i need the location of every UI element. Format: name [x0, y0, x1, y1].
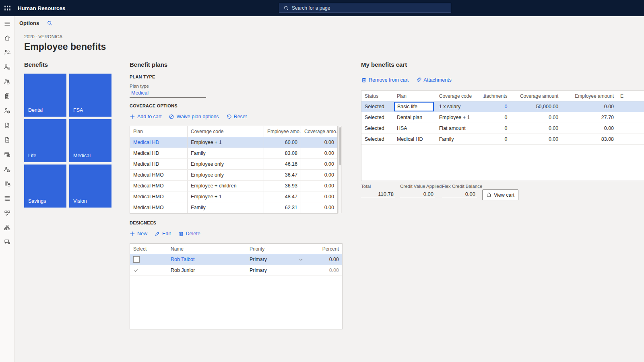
chevron-down-icon[interactable]	[298, 257, 303, 262]
cart-plan-cell: HSA	[394, 123, 436, 134]
document-check-icon-2[interactable]	[4, 136, 12, 144]
column-header-employee-amount[interactable]: Employee amount	[561, 91, 617, 101]
benefit-tile[interactable]: Medical	[69, 119, 111, 162]
row-select-checkbox[interactable]	[133, 256, 140, 263]
people-icon[interactable]	[4, 49, 12, 57]
document-check-icon[interactable]	[4, 122, 12, 130]
coverage-plan-cell: Medical HD	[130, 159, 188, 169]
edit-designee-button[interactable]: Edit	[155, 231, 171, 237]
designee-row[interactable]: Rob Junior Primary 0.00	[130, 265, 342, 276]
books-lock-icon[interactable]	[4, 180, 12, 188]
attachments-button[interactable]: Attachments	[416, 77, 451, 83]
column-header-select[interactable]: Select	[130, 244, 167, 254]
cart-attachments-cell[interactable]: 0	[483, 123, 511, 134]
coverage-row[interactable]: Medical HD Employee only 46.16 0.00	[130, 159, 337, 170]
benefit-tile[interactable]: Vision	[69, 165, 111, 208]
org-check-icon[interactable]	[4, 210, 12, 218]
plus-icon	[130, 231, 135, 237]
designee-priority-value: Primary	[250, 267, 267, 273]
cart-heading: My benefits cart	[361, 61, 407, 68]
reset-button[interactable]: Reset	[226, 114, 247, 119]
benefit-tile[interactable]: Dental	[24, 74, 66, 117]
flex-credit-balance-field[interactable]: 0.00	[442, 190, 477, 198]
cart-employee-amount-cell: 0.00	[561, 123, 617, 134]
home-icon[interactable]	[4, 34, 12, 42]
cart-row[interactable]: Selected Medical HD Family 0 0.00 83.08	[361, 134, 644, 145]
designees-toolbar: New Edit Delete	[130, 231, 200, 237]
column-header-status[interactable]: Status	[361, 91, 394, 101]
coverage-row[interactable]: Medical HMO Employee + 1 48.47 0.00	[130, 191, 337, 202]
column-header-coverage-amount[interactable]: Coverage amo...	[301, 126, 337, 137]
coverage-grid-scrollbar[interactable]	[339, 126, 342, 213]
flex-credit-balance-label: Flex Credit Balance	[442, 184, 482, 189]
view-cart-button[interactable]: View cart	[482, 189, 518, 200]
new-designee-button[interactable]: New	[130, 231, 147, 237]
column-header-coverage-code[interactable]: Coverage code	[436, 91, 483, 101]
cart-row[interactable]: Selected Dental plan Employee + 1 0 0.00…	[361, 112, 644, 123]
cart-attachments-cell[interactable]: 0	[483, 101, 511, 112]
chat-shield-icon[interactable]	[4, 239, 12, 247]
cart-row[interactable]: Selected HSA Flat amount 0 0.00 0.00	[361, 123, 644, 134]
coverage-plan-cell: Medical HD	[130, 137, 188, 148]
column-header-plan[interactable]: Plan	[394, 91, 436, 101]
cart-row[interactable]: Selected Basic life 1 x salary 0 50,000.…	[361, 101, 644, 112]
column-header-percent[interactable]: Percent	[307, 244, 342, 254]
waive-plan-options-button[interactable]: Waive plan options	[169, 114, 219, 119]
payment-card-icon[interactable]	[4, 151, 12, 159]
coverage-row[interactable]: Medical HD Family 83.08 0.00	[130, 148, 337, 159]
designees-group-label: DESIGNEES	[130, 220, 156, 225]
people-lock-icon[interactable]	[4, 78, 12, 86]
action-search-icon[interactable]	[47, 20, 53, 26]
benefit-tile[interactable]: Life	[24, 119, 66, 162]
coverage-row[interactable]: Medical HMO Employee + children 36.93 0.…	[130, 181, 337, 191]
coverage-code-cell: Employee + 1	[188, 137, 264, 148]
designee-row[interactable]: Rob Talbot Primary 0.00	[130, 254, 342, 265]
person-truck-icon[interactable]	[4, 166, 12, 174]
remove-from-cart-button[interactable]: Remove from cart	[361, 77, 409, 83]
coverage-code-cell: Family	[188, 202, 264, 213]
total-value-field[interactable]: 110.78	[361, 190, 395, 198]
cart-attachments-cell[interactable]: 0	[483, 134, 511, 144]
plan-type-input[interactable]: Medical	[130, 89, 206, 98]
coverage-row[interactable]: Medical HMO Family 62.31 0.00	[130, 202, 337, 213]
delete-designee-button[interactable]: Delete	[178, 231, 200, 237]
cart-grid: Status Plan Coverage code Attachments Co…	[361, 90, 644, 181]
hierarchy-icon[interactable]	[4, 224, 12, 232]
coverage-grid-header: Plan Coverage code Employee amo... Cover…	[130, 126, 337, 137]
cart-attachments-cell[interactable]: 0	[483, 112, 511, 123]
add-to-cart-button[interactable]: Add to cart	[130, 114, 161, 119]
clipboard-icon[interactable]	[4, 93, 12, 101]
plan-type-group-label: PLAN TYPE	[130, 74, 155, 79]
column-header-name[interactable]: Name	[167, 244, 246, 254]
column-header-plan[interactable]: Plan	[130, 126, 188, 137]
options-menu[interactable]: Options	[19, 20, 39, 26]
benefit-tile[interactable]: FSA	[69, 74, 111, 117]
credit-value-applied-field[interactable]: 0.00	[400, 190, 435, 198]
page-search-input[interactable]: Search for a page	[279, 3, 451, 13]
coverage-plan-cell: Medical HMO	[130, 181, 188, 191]
coverage-row[interactable]: Medical HD Employee + 1 60.00 0.00	[130, 137, 337, 148]
designees-grid: Select Name Priority Percent Rob Talbot …	[130, 243, 343, 329]
trash-icon	[361, 77, 367, 83]
hamburger-menu-icon[interactable]	[4, 20, 12, 28]
coverage-amount-cell: 0.00	[301, 181, 337, 191]
cart-toolbar: Remove from cart Attachments	[361, 77, 452, 83]
task-list-icon[interactable]	[4, 195, 12, 203]
waffle-menu-icon[interactable]	[0, 0, 15, 16]
column-header-coverage-amount[interactable]: Coverage amount	[510, 91, 561, 101]
designee-name-link[interactable]: Rob Junior	[167, 265, 246, 276]
benefit-tile[interactable]: Savings	[24, 165, 66, 208]
search-icon	[283, 5, 289, 11]
column-header-coverage-code[interactable]: Coverage code	[188, 126, 264, 137]
column-header-clipped[interactable]: E	[617, 91, 644, 101]
coverage-amount-cell: 0.00	[301, 137, 337, 148]
column-header-attachments[interactable]: Attachments	[483, 91, 511, 101]
designee-name-link[interactable]: Rob Talbot	[167, 254, 246, 265]
person-deny-icon[interactable]	[4, 107, 12, 115]
person-document-icon[interactable]	[4, 63, 12, 71]
coverage-row[interactable]: Medical HMO Employee only 36.47 0.00	[130, 170, 337, 181]
column-header-employee-amount[interactable]: Employee amo...	[264, 126, 301, 137]
coverage-toolbar: Add to cart Waive plan options Reset	[130, 114, 247, 119]
column-header-priority[interactable]: Priority	[246, 244, 307, 254]
cart-plan-cell: Basic life	[394, 101, 436, 112]
